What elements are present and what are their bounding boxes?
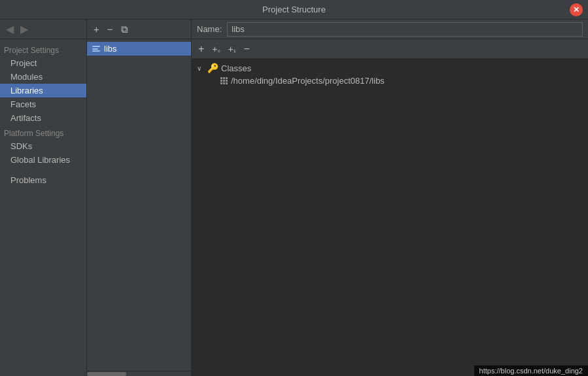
tree-item-classes-label: Classes (221, 63, 251, 73)
url-badge: https://blog.csdn.net/duke_ding2 (474, 366, 588, 376)
sidebar-item-problems[interactable]: Problems (0, 173, 86, 187)
library-item-label: libs (104, 44, 117, 54)
add-module-button[interactable]: +₀ (209, 43, 222, 56)
add-classes-button[interactable]: + (196, 42, 207, 56)
section-label-project-settings: Project Settings (0, 42, 86, 56)
remove-entry-button[interactable]: − (241, 42, 252, 56)
content-header: Name: (192, 20, 588, 39)
copy-library-button[interactable]: ⧉ (118, 22, 131, 37)
sidebar-item-artifacts[interactable]: Artifacts (0, 111, 86, 125)
name-label: Name: (197, 24, 222, 34)
sidebar-item-global-libraries[interactable]: Global Libraries (0, 153, 86, 167)
sidebar-item-sdks[interactable]: SDKs (0, 139, 86, 153)
library-scrollbar[interactable] (87, 371, 191, 376)
tree-area: ∨ 🔑 Classes (192, 59, 588, 376)
sidebar-item-facets[interactable]: Facets (0, 97, 86, 111)
tree-item-classes[interactable]: ∨ 🔑 Classes (192, 61, 588, 75)
path-icon (220, 77, 228, 85)
tree-item-path-label: /home/ding/IdeaProjects/project0817/libs (231, 76, 385, 86)
close-button[interactable]: ✕ (570, 3, 583, 16)
sidebar: ◀ ▶ Project Settings Project Modules Lib… (0, 20, 87, 376)
library-list-item-libs[interactable]: libs (87, 42, 191, 56)
library-list-panel: + − ⧉ libs (87, 20, 192, 376)
title-bar: Project Structure ✕ (0, 0, 588, 20)
remove-library-button[interactable]: − (105, 22, 116, 36)
library-toolbar: + − ⧉ (87, 20, 191, 39)
expand-arrow-classes: ∨ (197, 65, 205, 72)
library-list: libs (87, 39, 191, 371)
sidebar-item-project[interactable]: Project (0, 56, 86, 70)
nav-list: Project Settings Project Modules Librari… (0, 39, 86, 376)
content-area: Name: + +₀ +₁ − ∨ 🔑 Classes (192, 20, 588, 376)
name-input[interactable] (227, 22, 583, 37)
forward-button[interactable]: ▶ (18, 22, 30, 37)
sidebar-item-modules[interactable]: Modules (0, 70, 86, 84)
add-library-button[interactable]: + (91, 22, 102, 36)
classes-icon: 🔑 (207, 63, 218, 73)
section-label-platform-settings: Platform Settings (0, 125, 86, 139)
add-jar-button[interactable]: +₁ (226, 43, 239, 56)
nav-toolbar: ◀ ▶ (0, 20, 86, 39)
main-container: ◀ ▶ Project Settings Project Modules Lib… (0, 20, 588, 376)
library-bars-icon (92, 46, 100, 52)
content-toolbar: + +₀ +₁ − (192, 39, 588, 59)
sidebar-item-libraries[interactable]: Libraries (0, 84, 86, 97)
back-button[interactable]: ◀ (4, 22, 16, 37)
tree-item-path[interactable]: /home/ding/IdeaProjects/project0817/libs (192, 75, 588, 87)
window-title: Project Structure (262, 5, 326, 14)
